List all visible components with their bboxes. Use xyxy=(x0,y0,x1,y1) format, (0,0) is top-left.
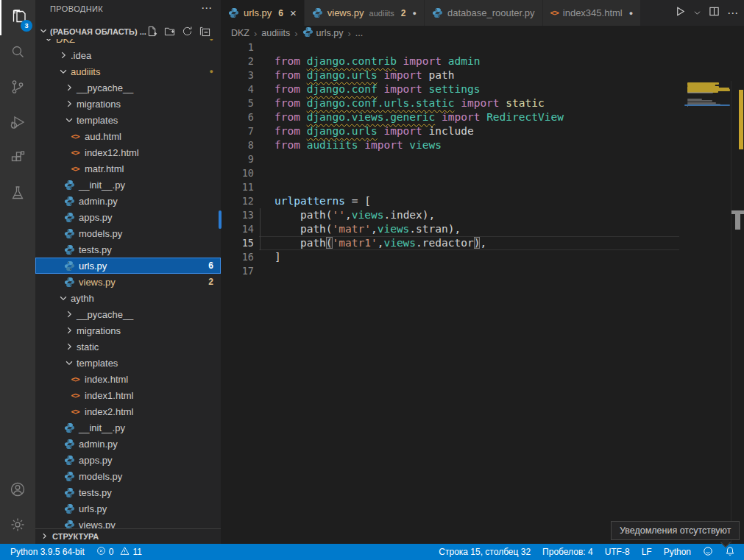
new-folder-icon[interactable] xyxy=(164,26,175,38)
split-editor-icon[interactable] xyxy=(709,6,720,20)
breadcrumb-item-1[interactable]: audiiits xyxy=(261,28,290,38)
html-file-icon: <> xyxy=(69,373,81,385)
status-problems[interactable]: 011 xyxy=(91,544,148,560)
tree-item-models-py[interactable]: models.py xyxy=(35,225,221,241)
line-number-1[interactable]: 1 xyxy=(221,40,254,54)
line-number-10[interactable]: 10 xyxy=(221,166,254,180)
tree-item-apps-py[interactable]: apps.py xyxy=(35,209,221,225)
breadcrumb-item-0[interactable]: DKZ xyxy=(231,28,249,38)
tab-label: index345.html xyxy=(563,7,623,18)
activity-item-explorer[interactable]: 3 xyxy=(0,0,37,35)
status-notifications-bell[interactable] xyxy=(719,544,741,560)
code-line-5: from django.conf.urls.static import stat… xyxy=(274,96,545,110)
activity-item-source-control[interactable] xyxy=(0,71,35,106)
tab-database-roouter-py[interactable]: database_roouter.py xyxy=(425,0,543,26)
line-number-15[interactable]: 15 xyxy=(221,236,254,250)
tree-item-admin-py[interactable]: admin.py xyxy=(35,193,221,209)
explorer-more-icon[interactable]: ⋯ xyxy=(201,1,212,15)
tree-item--pycache-[interactable]: __pycache__ xyxy=(35,79,221,96)
tree-item-tests-py[interactable]: tests.py xyxy=(35,484,221,500)
tree-item-index12-html[interactable]: <>index12.html xyxy=(35,144,221,160)
activity-item-testing[interactable] xyxy=(0,177,35,212)
overview-ruler-scrollbar[interactable] xyxy=(731,81,744,560)
code-editor[interactable]: 1234567891011121314151617 from django.co… xyxy=(221,40,744,544)
tree-item-label: apps.py xyxy=(79,212,113,223)
close-icon[interactable]: × xyxy=(290,7,297,18)
tree-item-index1-html[interactable]: <>index1.html xyxy=(35,387,221,403)
warning-count: 11 xyxy=(132,547,141,557)
status-python-version[interactable]: Python 3.9.5 64-bit xyxy=(4,544,91,560)
line-number-6[interactable]: 6 xyxy=(221,110,254,124)
tree-item--pycache-[interactable]: __pycache__ xyxy=(35,306,221,322)
line-number-8[interactable]: 8 xyxy=(221,138,254,152)
tree-item--init-py[interactable]: __init__.py xyxy=(35,177,221,193)
new-file-icon[interactable] xyxy=(146,26,157,38)
tree-item-apps-py[interactable]: apps.py xyxy=(35,452,221,468)
activity-item-extensions[interactable] xyxy=(0,141,35,177)
line-number-7[interactable]: 7 xyxy=(221,124,254,138)
python-file-icon xyxy=(63,211,75,223)
html-icon: <> xyxy=(71,132,79,141)
activity-item-run-debug[interactable] xyxy=(0,106,35,141)
tree-item-tests-py[interactable]: tests.py xyxy=(35,241,221,258)
tree-item-index-html[interactable]: <>index.html xyxy=(35,371,221,387)
tree-item--idea[interactable]: .idea xyxy=(35,47,221,63)
collapse-all-icon[interactable] xyxy=(199,26,210,38)
line-number-9[interactable]: 9 xyxy=(221,152,254,166)
tree-item-migrations[interactable]: migrations xyxy=(35,96,221,112)
line-number-4[interactable]: 4 xyxy=(221,82,254,96)
tree-item-label: models.py xyxy=(79,471,122,482)
tab-views-py[interactable]: views.pyaudiiits2● xyxy=(305,0,425,26)
refresh-icon[interactable] xyxy=(182,26,193,38)
tree-item-index2-html[interactable]: <>index2.html xyxy=(35,403,221,419)
line-number-13[interactable]: 13 xyxy=(221,208,254,222)
tree-item-audiiits[interactable]: audiiits● xyxy=(35,63,221,79)
status-label: Python 3.9.5 64-bit xyxy=(10,547,85,557)
status-encoding[interactable]: UTF-8 xyxy=(599,544,636,560)
breadcrumb-item-2[interactable]: urls.py xyxy=(302,26,344,40)
tree-item-aud-html[interactable]: <>aud.html xyxy=(35,128,221,144)
tab-urls-py[interactable]: urls.py6× xyxy=(221,0,305,26)
run-icon[interactable] xyxy=(675,6,686,20)
tree-item--init-py[interactable]: __init__.py xyxy=(35,419,221,436)
tree-item-matr-html[interactable]: <>matr.html xyxy=(35,160,221,177)
tree-item-label: matr.html xyxy=(85,163,124,174)
line-number-11[interactable]: 11 xyxy=(221,180,254,194)
line-number-3[interactable]: 3 xyxy=(221,68,254,82)
tree-item-models-py[interactable]: models.py xyxy=(35,468,221,484)
status-cursor-position[interactable]: Строка 15, столбец 32 xyxy=(433,544,536,560)
line-number-17[interactable]: 17 xyxy=(221,264,254,278)
tree-item-views-py[interactable]: views.py2 xyxy=(35,274,221,290)
activity-item-account[interactable] xyxy=(0,473,35,508)
error-count: 0 xyxy=(109,547,114,557)
tree-item-static[interactable]: static xyxy=(35,339,221,355)
tree-item-urls-py[interactable]: urls.py6 xyxy=(35,258,221,274)
workspace-section-header[interactable]: (РАБОЧАЯ ОБЛАСТЬ) ... xyxy=(35,24,221,39)
activity-item-search[interactable] xyxy=(0,35,35,71)
tree-item-migrations[interactable]: migrations xyxy=(35,322,221,339)
minimap[interactable] xyxy=(683,81,731,560)
status-feedback[interactable] xyxy=(697,544,719,560)
tree-item-templates[interactable]: templates xyxy=(35,355,221,371)
tree-item-label: index1.html xyxy=(85,390,133,401)
tree-item-admin-py[interactable]: admin.py xyxy=(35,436,221,452)
activity-item-settings[interactable] xyxy=(0,508,35,544)
line-number-16[interactable]: 16 xyxy=(221,250,254,264)
status-eol[interactable]: LF xyxy=(636,544,658,560)
tree-item-label: admin.py xyxy=(79,196,118,207)
tree-item-aythh[interactable]: aythh xyxy=(35,290,221,306)
outline-section-header[interactable]: СТРУКТУРА xyxy=(35,528,221,544)
line-number-2[interactable]: 2 xyxy=(221,54,254,68)
tree-item-urls-py[interactable]: urls.py xyxy=(35,500,221,517)
tab-index345-html[interactable]: <>index345.html● xyxy=(543,0,642,26)
line-number-12[interactable]: 12 xyxy=(221,194,254,208)
run-dropdown-icon[interactable] xyxy=(693,7,701,20)
status-indentation[interactable]: Пробелов: 4 xyxy=(536,544,599,560)
sash-indicator[interactable] xyxy=(219,210,222,229)
tree-item-templates[interactable]: templates xyxy=(35,112,221,128)
line-number-5[interactable]: 5 xyxy=(221,96,254,110)
more-actions-icon[interactable]: ⋯ xyxy=(727,7,738,20)
breadcrumb-item-3[interactable]: ... xyxy=(355,28,363,38)
status-language[interactable]: Python xyxy=(658,544,697,560)
line-number-14[interactable]: 14 xyxy=(221,222,254,236)
